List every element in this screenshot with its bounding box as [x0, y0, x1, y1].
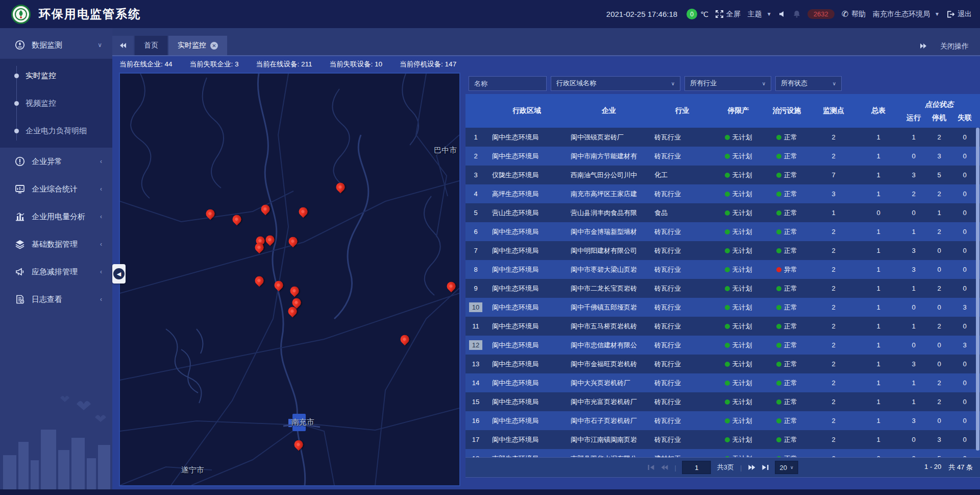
cell-region: 阆中生态环境局	[486, 416, 568, 426]
last-page-button[interactable]	[762, 464, 769, 470]
cell-region: 阆中生态环境局	[486, 152, 568, 161]
column-lost: 失联	[952, 113, 977, 123]
sidebar-item-label: 基础数据管理	[32, 240, 100, 249]
cell-stop-count: 5	[926, 171, 952, 179]
sidebar-item-基础数据管理[interactable]: 基础数据管理‹	[0, 230, 112, 258]
table-row[interactable]: 13 阆中生态环境局 阆中市金福旺页岩机砖 砖瓦行业 无计划 正常 2 1 3 …	[465, 355, 980, 373]
notification-count-badge[interactable]: 2632	[807, 9, 835, 19]
sidebar-subitem-企业电力负荷明细[interactable]: 企业电力负荷明细	[0, 117, 112, 145]
cell-monitor-count: 2	[811, 379, 856, 387]
stats-bar: 当前在线企业: 44当前失联企业: 3当前在线设备: 211当前失联设备: 10…	[112, 56, 980, 73]
cell-company: 阆中市金福旺页岩机砖	[568, 360, 650, 369]
cell-region: 营山生态环境局	[486, 208, 568, 218]
status-filter-select[interactable]: 所有状态 ∨	[775, 76, 842, 91]
help-button[interactable]: ✆ 帮助	[842, 9, 866, 19]
org-dropdown[interactable]: 南充市生态环境局▼	[873, 10, 940, 19]
cell-pollution-facility-status: 正常	[763, 152, 811, 161]
sidebar-item-应急减排管理[interactable]: 应急减排管理‹	[0, 258, 112, 286]
filter-bar: 行政区域名称 ∨ 所有行业 ∨ 所有状态 ∨	[465, 73, 980, 94]
table-row[interactable]: 8 阆中生态环境局 阆中市枣碧大梁山页岩 砖瓦行业 无计划 异常 2 1 3 0…	[465, 260, 980, 279]
sidebar-item-企业综合统计[interactable]: 企业综合统计‹	[0, 175, 112, 203]
phone-icon: ✆	[842, 9, 848, 19]
chevron-down-icon: ▼	[935, 11, 940, 17]
cell-run-count: 1	[901, 228, 926, 235]
page-size-select[interactable]: 20 ∨	[775, 461, 798, 474]
cell-region: 阆中生态环境局	[486, 341, 568, 350]
table-row[interactable]: 9 阆中生态环境局 阆中市二龙长宝页岩砖 砖瓦行业 无计划 正常 2 1 1 2…	[465, 279, 980, 298]
tab-首页[interactable]: 首页	[135, 36, 167, 55]
double-chevron-left-icon	[119, 42, 127, 49]
temperature-unit: ℃	[700, 10, 708, 18]
table-scrollbar[interactable]	[976, 128, 979, 451]
theme-dropdown[interactable]: 主题▼	[748, 10, 772, 19]
cell-pollution-facility-status: 正常	[763, 208, 811, 218]
chevron-left-icon: ‹	[100, 213, 102, 220]
sidebar-collapse-handle[interactable]: ◀	[112, 264, 126, 284]
cell-lost-count: 0	[952, 436, 977, 443]
tab-实时监控[interactable]: 实时监控✕	[168, 36, 227, 55]
notification-bell-icon[interactable]	[793, 10, 800, 18]
cell-meter-count: 1	[856, 417, 901, 425]
table-row[interactable]: 2 阆中生态环境局 阆中市南方节能建材有 砖瓦行业 无计划 正常 2 1 0 3…	[465, 147, 980, 166]
table-row[interactable]: 1 阆中生态环境局 阆中强锐页岩砖厂 砖瓦行业 无计划 正常 2 1 1 2 0	[465, 128, 980, 147]
table-row[interactable]: 15 阆中生态环境局 阆中市光富页岩机砖厂 砖瓦行业 无计划 正常 2 1 1 …	[465, 392, 980, 411]
tabs-scroll-right-button[interactable]	[920, 42, 927, 51]
fullscreen-button[interactable]: 全屏	[716, 10, 741, 19]
table-row[interactable]: 16 阆中生态环境局 阆中市石子页岩机砖厂 砖瓦行业 无计划 正常 2 1 3 …	[465, 411, 980, 430]
table-row[interactable]: 7 阆中生态环境局 阆中明阳建材有限公司 砖瓦行业 无计划 正常 2 1 3 0…	[465, 241, 980, 260]
next-page-button[interactable]	[748, 464, 755, 470]
table-row[interactable]: 11 阆中生态环境局 阆中市五马桥页岩机砖 砖瓦行业 无计划 正常 2 1 1 …	[465, 317, 980, 336]
sidebar-subitem-视频监控[interactable]: 视频监控	[0, 89, 112, 117]
industry-filter-select[interactable]: 所有行业 ∨	[684, 76, 771, 91]
table-row[interactable]: 4 高坪生态环境局 南充市高坪区王家店建 砖瓦行业 无计划 正常 3 1 2 2…	[465, 184, 980, 203]
status-dot-icon	[725, 210, 730, 216]
cell-pollution-facility-status: 正常	[763, 435, 811, 444]
status-dot-icon	[725, 324, 730, 329]
close-operations-button[interactable]: 关闭操作	[940, 42, 969, 51]
table-row[interactable]: 17 阆中生态环境局 阆中市江南镇阆南页岩 砖瓦行业 无计划 正常 2 1 0 …	[465, 430, 980, 449]
sidebar-item-label: 数据监测	[32, 40, 97, 50]
prev-page-button[interactable]	[660, 464, 668, 470]
composite-stats-icon	[14, 184, 26, 194]
page-number-input[interactable]	[682, 461, 711, 474]
cell-pollution-facility-status: 正常	[763, 246, 811, 255]
row-index: 10	[469, 302, 482, 312]
table-row[interactable]: 6 阆中生态环境局 阆中市金博瑞新型墙材 砖瓦行业 无计划 正常 2 1 1 2…	[465, 222, 980, 241]
row-index: 8	[469, 265, 482, 274]
sidebar-item-数据监测[interactable]: 数据监测∨	[0, 31, 112, 59]
range-label: 1 - 20	[924, 463, 941, 472]
sidebar-subitem-实时监控[interactable]: 实时监控	[0, 62, 112, 89]
row-index: 16	[469, 416, 482, 426]
table-row[interactable]: 14 阆中生态环境局 阆中大兴页岩机砖厂 砖瓦行业 无计划 正常 2 1 1 2…	[465, 373, 980, 392]
table-row[interactable]: 18 南部生态环境局 南部县双华水泥有限公 建材加工 无计划 正常 6 0 0 …	[465, 449, 980, 457]
stat-当前在线设备: 当前在线设备: 211	[256, 60, 312, 69]
status-dot-icon	[776, 381, 781, 386]
table-row[interactable]: 10 阆中生态环境局 阆中千佛镇五郎垭页岩 砖瓦行业 无计划 正常 2 1 0 …	[465, 298, 980, 317]
region-filter-select[interactable]: 行政区域名称 ∨	[551, 76, 680, 91]
table-row[interactable]: 5 营山生态环境局 营山县润丰肉食品有限 食品 无计划 正常 1 0 0 1 0	[465, 203, 980, 222]
row-index: 2	[469, 151, 482, 161]
status-dot-icon	[725, 192, 730, 197]
tab-close-icon[interactable]: ✕	[210, 42, 218, 50]
tabs-scroll-left-button[interactable]	[112, 36, 134, 55]
table-row[interactable]: 12 阆中生态环境局 阆中市忠信建材有限公 砖瓦行业 无计划 正常 2 1 0 …	[465, 336, 980, 355]
table-row[interactable]: 3 仪陇生态环境局 西南油气田分公司川中 化工 无计划 正常 7 1 3 5 0	[465, 166, 980, 184]
cell-industry: 砖瓦行业	[650, 246, 714, 255]
cell-run-count: 0	[901, 209, 926, 217]
logout-button[interactable]: 退出	[947, 10, 972, 19]
mute-button[interactable]	[779, 11, 786, 17]
name-filter-input[interactable]	[469, 76, 547, 91]
sidebar-item-日志查看[interactable]: 日志查看‹	[0, 286, 112, 313]
cell-stop-count: 3	[926, 152, 952, 160]
sidebar-item-企业用电量分析[interactable]: 企业用电量分析‹	[0, 203, 112, 230]
cell-company: 阆中强锐页岩砖厂	[568, 133, 650, 142]
sidebar-item-企业异常[interactable]: 企业异常‹	[0, 148, 112, 175]
status-dot-icon	[725, 437, 730, 442]
map-panel[interactable]: 巴中市南充市遂宁市	[119, 73, 460, 486]
cell-company: 阆中市南方节能建材有	[568, 152, 650, 161]
cell-stop-limit-status: 无计划	[714, 397, 763, 407]
tab-bar: 首页实时监控✕ 关闭操作	[112, 28, 980, 56]
cell-pollution-facility-status: 正常	[763, 190, 811, 199]
cell-lost-count: 0	[952, 133, 977, 141]
first-page-button[interactable]	[647, 464, 654, 470]
